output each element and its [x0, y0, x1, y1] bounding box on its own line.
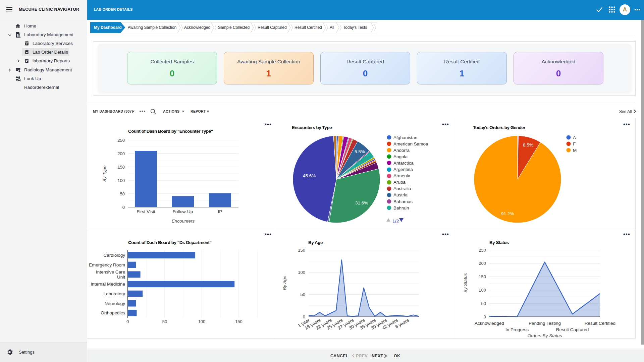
svg-text:50: 50 [301, 292, 305, 297]
svg-text:Australia: Australia [393, 186, 411, 191]
svg-text:By Status: By Status [463, 273, 468, 293]
svg-text:Bahamas: Bahamas [393, 199, 413, 204]
svg-text:A: A [573, 135, 576, 140]
svg-text:Laboratory: Laboratory [103, 291, 125, 296]
svg-text:150: 150 [117, 165, 125, 170]
svg-text:50: 50 [162, 319, 167, 324]
svg-text:American Samoa: American Samoa [393, 141, 428, 146]
svg-text:Andorra: Andorra [393, 148, 410, 153]
svg-text:50: 50 [120, 191, 125, 196]
svg-text:By Status: By Status [489, 240, 509, 245]
svg-text:Count of Dash Board by "Dr. De: Count of Dash Board by "Dr. Department" [128, 240, 211, 245]
svg-text:Result Certified: Result Certified [585, 321, 615, 326]
svg-text:1/2: 1/2 [392, 219, 399, 224]
svg-text:Result Captured: Result Captured [556, 327, 589, 332]
svg-text:200: 200 [479, 261, 486, 266]
svg-text:Neurology: Neurology [104, 301, 125, 306]
svg-text:By Type: By Type [102, 166, 107, 182]
svg-text:91.2%: 91.2% [501, 211, 514, 216]
svg-text:Antarctica: Antarctica [393, 161, 414, 166]
svg-text:Count of Dash Board by "Encoun: Count of Dash Board by "Encounter Type" [128, 129, 213, 134]
svg-text:100: 100 [117, 178, 125, 183]
svg-text:Aruba: Aruba [393, 180, 406, 185]
svg-text:Bahrain: Bahrain [393, 205, 409, 210]
svg-text:Encounters by Type: Encounters by Type [292, 125, 332, 130]
svg-text:Today's Orders by Gender: Today's Orders by Gender [473, 125, 526, 130]
svg-text:IP: IP [218, 209, 222, 214]
svg-text:Afghanistan: Afghanistan [393, 135, 417, 140]
svg-text:First Visit: First Visit [137, 209, 155, 214]
svg-text:Angola: Angola [393, 154, 408, 159]
svg-text:Internal Medicine: Internal Medicine [91, 282, 125, 287]
svg-text:100: 100 [198, 319, 206, 324]
svg-text:250: 250 [479, 248, 486, 253]
svg-text:0: 0 [126, 319, 129, 324]
svg-text:31.6%: 31.6% [355, 200, 368, 205]
svg-text:Austria: Austria [393, 192, 408, 197]
svg-text:250: 250 [117, 138, 125, 143]
svg-text:Cardiology: Cardiology [103, 253, 125, 258]
svg-text:In Progress: In Progress [505, 327, 529, 332]
svg-text:Orthopedics: Orthopedics [101, 310, 125, 315]
svg-text:5.5%: 5.5% [355, 149, 365, 154]
svg-text:200: 200 [117, 151, 125, 156]
svg-text:8.5%: 8.5% [523, 142, 533, 147]
svg-text:Argentina: Argentina [393, 167, 413, 172]
svg-text:0: 0 [484, 314, 486, 319]
svg-text:F: F [573, 141, 576, 146]
svg-text:By Age: By Age [308, 240, 323, 245]
svg-text:150: 150 [298, 248, 305, 253]
svg-text:By Age: By Age [282, 276, 287, 290]
svg-text:Armenia: Armenia [393, 173, 411, 178]
svg-text:Encounters: Encounters [172, 219, 195, 224]
svg-text:0: 0 [303, 314, 305, 319]
svg-text:0: 0 [122, 205, 125, 210]
svg-text:50: 50 [481, 301, 486, 306]
svg-text:150: 150 [235, 319, 243, 324]
svg-text:Intensive Care: Intensive Care [96, 269, 125, 275]
svg-text:Acknowledged: Acknowledged [475, 321, 504, 326]
svg-text:45.6%: 45.6% [303, 173, 316, 178]
svg-text:Emergency Room: Emergency Room [89, 262, 125, 267]
svg-text:100: 100 [298, 270, 305, 275]
svg-text:Follow-Up: Follow-Up [173, 209, 193, 214]
svg-text:M: M [573, 148, 577, 153]
svg-text:150: 150 [479, 274, 486, 279]
svg-text:Unit: Unit [117, 275, 125, 280]
svg-text:Orders By Status: Orders By Status [528, 333, 562, 338]
svg-text:100: 100 [479, 288, 486, 293]
svg-text:Pending Testing: Pending Testing [529, 321, 561, 326]
